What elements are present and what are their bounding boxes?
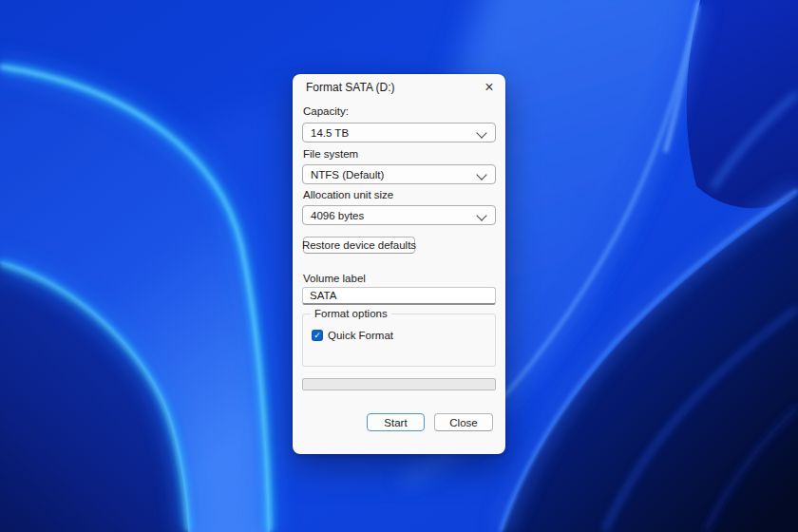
quick-format-checkbox-row[interactable]: ✓ Quick Format bbox=[312, 330, 393, 341]
volume-label-label: Volume label bbox=[303, 273, 366, 284]
file-system-dropdown[interactable]: NTFS (Default) bbox=[302, 164, 496, 184]
capacity-value: 14.5 TB bbox=[311, 127, 349, 139]
volume-label-input[interactable] bbox=[302, 287, 496, 305]
close-button[interactable]: × bbox=[480, 78, 499, 97]
checkmark-icon: ✓ bbox=[314, 331, 321, 339]
file-system-value: NTFS (Default) bbox=[311, 169, 384, 180]
format-options-legend: Format options bbox=[311, 308, 391, 319]
capacity-dropdown[interactable]: 14.5 TB bbox=[302, 123, 496, 142]
allocation-unit-value: 4096 bytes bbox=[311, 210, 364, 221]
capacity-label: Capacity: bbox=[303, 105, 349, 117]
close-icon: × bbox=[484, 80, 493, 95]
checkbox-checked-icon[interactable]: ✓ bbox=[312, 330, 323, 341]
chevron-down-icon bbox=[476, 210, 486, 220]
quick-format-label: Quick Format bbox=[328, 330, 393, 341]
format-options-group: Format options ✓ Quick Format bbox=[302, 314, 496, 367]
chevron-down-icon bbox=[476, 169, 486, 180]
format-dialog: Format SATA (D:) × Capacity: 14.5 TB Fil… bbox=[293, 74, 505, 454]
dialog-title: Format SATA (D:) bbox=[306, 81, 395, 94]
start-button[interactable]: Start bbox=[367, 413, 425, 431]
allocation-unit-label: Allocation unit size bbox=[303, 189, 393, 200]
chevron-down-icon bbox=[476, 127, 486, 138]
restore-defaults-button[interactable]: Restore device defaults bbox=[303, 237, 415, 254]
allocation-unit-dropdown[interactable]: 4096 bytes bbox=[302, 205, 496, 225]
format-progress-bar bbox=[302, 378, 496, 390]
close-dialog-button[interactable]: Close bbox=[434, 413, 493, 431]
file-system-label: File system bbox=[303, 148, 358, 160]
